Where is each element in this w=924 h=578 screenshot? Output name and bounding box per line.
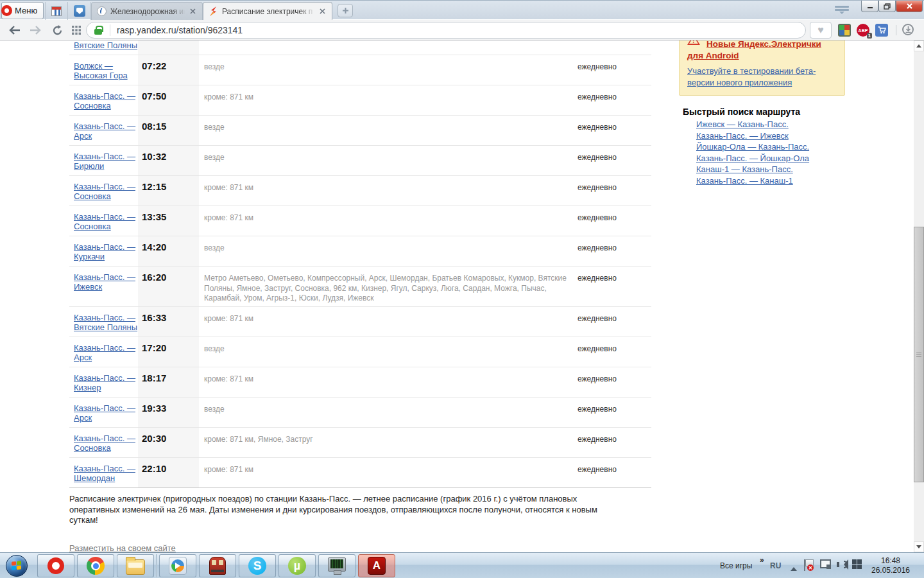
page-scrollbar[interactable] xyxy=(914,40,924,552)
route-link[interactable]: Казань-Пасс. — Сосновка xyxy=(74,434,135,453)
route-link[interactable]: Казань-Пасс. — Вятские Поляны xyxy=(74,313,137,332)
https-lock-icon[interactable] xyxy=(94,29,102,35)
abp-label: ABP xyxy=(859,28,868,33)
taskbar-media-player-button[interactable] xyxy=(159,554,196,577)
route-link[interactable]: Казань-Пасс. — Сосновка xyxy=(74,91,135,110)
tab-close-icon[interactable] xyxy=(189,7,197,15)
tab-railway-info[interactable]: Железнодорожная инфр xyxy=(91,2,203,20)
shopping-cart-extension-icon[interactable] xyxy=(875,24,888,37)
taskbar-explorer-button[interactable] xyxy=(117,554,154,577)
volume-icon[interactable] xyxy=(837,559,848,570)
stops-note: кроме: 871 км xyxy=(204,183,573,193)
taskbar-opera-button[interactable] xyxy=(37,554,74,577)
quick-search-link[interactable]: Казань-Пасс. — Йошкар-Ола xyxy=(696,153,809,164)
run-days: ежедневно xyxy=(578,92,617,101)
taskbar-clock[interactable]: 16:48 26.05.2016 xyxy=(868,556,914,575)
window-close-button[interactable] xyxy=(896,1,923,12)
schedule-grid-icon xyxy=(51,6,62,16)
train-icon xyxy=(209,557,226,575)
pinned-tab-schedule[interactable] xyxy=(45,2,68,20)
acrobat-reader-icon: A xyxy=(368,557,386,575)
extension-icon[interactable] xyxy=(838,24,851,37)
hidden-icons-arrow[interactable] xyxy=(791,564,797,571)
toolbar-separator xyxy=(896,25,896,35)
network-icon[interactable] xyxy=(820,559,832,570)
windows-update-icon[interactable] xyxy=(852,559,862,570)
route-link[interactable]: Волжск — Высокая Гора xyxy=(74,61,128,80)
speed-dial-button[interactable] xyxy=(69,23,83,37)
promo-subtitle-link[interactable]: Участвуйте в тестировании бета-версии но… xyxy=(687,66,837,89)
opera-menu-button[interactable]: Меню xyxy=(1,2,44,19)
route-link[interactable]: Казань-Пасс. — Сосновка xyxy=(74,212,135,231)
address-bar[interactable]: rasp.yandex.ru/station/9623141 xyxy=(86,22,806,39)
action-center-flag-icon[interactable]: ✕ xyxy=(804,559,813,571)
taskbar-utorrent-button[interactable]: µ xyxy=(278,554,316,577)
taskbar-separator xyxy=(156,554,157,577)
route-link[interactable]: Казань-Пасс. — Арск xyxy=(74,403,135,423)
downloads-button[interactable] xyxy=(902,24,914,35)
route-link[interactable]: Казань-Пасс. — Арск xyxy=(74,121,135,141)
taskbar-train-app-button[interactable] xyxy=(199,554,236,577)
stops-note: везде xyxy=(204,405,573,415)
taskbar-acrobat-button[interactable]: A xyxy=(358,554,395,577)
taskbar-chrome-button[interactable] xyxy=(77,554,114,577)
run-days: ежедневно xyxy=(578,153,617,162)
schedule-table: Вятские Поляны Волжск — Высокая Гора07:2… xyxy=(69,40,651,552)
tab-close-icon[interactable] xyxy=(318,7,327,15)
url-text[interactable]: rasp.yandex.ru/station/9623141 xyxy=(117,25,243,35)
tray-chevron[interactable]: » xyxy=(760,556,764,565)
route-link[interactable]: Казань-Пасс. — Сосновка xyxy=(74,182,135,201)
run-days: ежедневно xyxy=(578,243,617,252)
route-link[interactable]: Казань-Пасс. — Арск xyxy=(74,343,135,362)
quick-search-link[interactable]: Ижевск — Казань-Пасс. xyxy=(696,119,809,130)
quick-search-link[interactable]: Казань-Пасс. — Ижевск xyxy=(696,130,809,142)
tab-train-schedule[interactable]: Расписание электричек п xyxy=(203,2,332,20)
forward-button[interactable] xyxy=(28,23,42,37)
tab-menu-icon[interactable] xyxy=(835,6,849,15)
taskbar-skype-button[interactable]: S xyxy=(239,554,276,577)
route-link[interactable]: Казань-Пасс. — Куркачи xyxy=(74,242,135,261)
table-row: Казань-Пасс. — Арск17:20вездеежедневно xyxy=(69,337,651,367)
reload-button[interactable] xyxy=(50,23,64,37)
quick-search-link[interactable]: Казань-Пасс. — Канаш-1 xyxy=(696,175,809,187)
scrollbar-down-button[interactable] xyxy=(914,541,924,552)
adblock-plus-icon[interactable]: ABP 1 xyxy=(857,24,869,37)
stops-note: везде xyxy=(204,344,573,355)
bookmark-button[interactable]: ♥ xyxy=(810,22,832,39)
window-maximize-button[interactable] xyxy=(878,1,896,12)
language-indicator[interactable]: RU xyxy=(770,561,781,570)
pinned-tab-messenger[interactable] xyxy=(68,2,91,20)
run-days: ежедневно xyxy=(578,435,617,444)
quick-search-link[interactable]: Йошкар-Ола — Казань-Пасс. xyxy=(696,141,809,153)
route-link[interactable]: Казань-Пасс. — Бирюли xyxy=(74,152,135,171)
utorrent-icon: µ xyxy=(288,557,306,575)
departure-time: 19:33 xyxy=(142,403,166,414)
stops-note: везде xyxy=(204,153,573,163)
route-link[interactable]: Казань-Пасс. — Шемордан xyxy=(74,464,135,483)
departure-time: 13:35 xyxy=(142,211,166,222)
start-button[interactable] xyxy=(3,554,31,577)
route-link[interactable]: Казань-Пасс. — Кизнер xyxy=(74,373,135,392)
scrollbar-up-button[interactable] xyxy=(914,40,924,51)
scrollbar-thumb[interactable] xyxy=(914,227,924,482)
back-button[interactable] xyxy=(8,23,22,37)
table-row: Казань-Пасс. — Куркачи14:20вездеежедневн… xyxy=(69,236,651,267)
window-minimize-button[interactable] xyxy=(861,1,878,12)
quick-search-link[interactable]: Канаш-1 — Казань-Пасс. xyxy=(696,164,809,175)
schedule-rows: Волжск — Высокая Гора07:22вездеежедневно… xyxy=(69,55,651,488)
route-link[interactable]: Вятские Поляны xyxy=(74,40,137,50)
android-promo-box: Новые Яндекс.Электрички для Android Учас… xyxy=(679,40,845,96)
embed-on-site-link[interactable]: Разместить на своем сайте xyxy=(69,543,176,553)
stops-note: кроме: 871 км xyxy=(204,213,573,223)
tray-toolbar-label[interactable]: Все игры xyxy=(720,561,752,570)
departure-time: 18:17 xyxy=(142,372,166,383)
run-days: ежедневно xyxy=(578,123,617,132)
opera-logo-icon xyxy=(1,5,12,16)
stops-note: Метро Аметьево, Ометьево, Компрессорный,… xyxy=(204,274,573,304)
table-row: Казань-Пасс. — Кизнер18:17кроме: 871 кме… xyxy=(69,367,651,398)
new-tab-button[interactable] xyxy=(338,4,353,17)
route-link[interactable]: Казань-Пасс. — Ижевск xyxy=(74,272,135,292)
taskbar-system-monitor-button[interactable] xyxy=(318,554,355,577)
quick-search-links: Ижевск — Казань-Пасс.Казань-Пасс. — Ижев… xyxy=(696,119,809,186)
promo-title-link[interactable]: Новые Яндекс.Электрички для Android xyxy=(687,40,837,62)
